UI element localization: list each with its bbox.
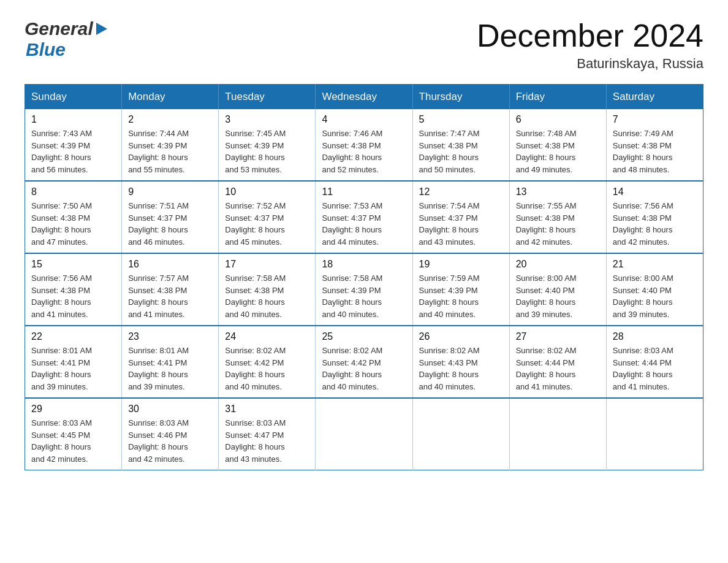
header-day-sunday: Sunday (25, 85, 122, 110)
calendar-cell: 1 Sunrise: 7:43 AM Sunset: 4:39 PM Dayli… (25, 109, 122, 181)
day-info: Sunrise: 7:49 AM Sunset: 4:38 PM Dayligh… (613, 128, 697, 175)
logo-general-text: General (25, 18, 93, 39)
day-number: 14 (613, 186, 697, 197)
day-number: 6 (516, 114, 600, 125)
calendar-cell: 14 Sunrise: 7:56 AM Sunset: 4:38 PM Dayl… (606, 181, 703, 253)
day-number: 1 (31, 114, 115, 125)
day-info: Sunrise: 8:02 AM Sunset: 4:42 PM Dayligh… (322, 345, 406, 393)
day-info: Sunrise: 8:01 AM Sunset: 4:41 PM Dayligh… (31, 345, 115, 393)
day-info: Sunrise: 7:50 AM Sunset: 4:38 PM Dayligh… (31, 200, 115, 248)
day-number: 21 (613, 259, 697, 270)
day-info: Sunrise: 7:57 AM Sunset: 4:38 PM Dayligh… (128, 272, 212, 320)
day-info: Sunrise: 8:02 AM Sunset: 4:42 PM Dayligh… (225, 345, 309, 393)
header-day-friday: Friday (509, 85, 606, 110)
calendar-cell (316, 398, 412, 470)
logo-triangle-icon (96, 23, 107, 35)
header-day-monday: Monday (122, 85, 219, 110)
calendar-cell: 28 Sunrise: 8:03 AM Sunset: 4:44 PM Dayl… (606, 326, 703, 398)
calendar-cell: 10 Sunrise: 7:52 AM Sunset: 4:37 PM Dayl… (219, 181, 316, 253)
calendar-cell: 27 Sunrise: 8:02 AM Sunset: 4:44 PM Dayl… (509, 326, 606, 398)
calendar-cell: 21 Sunrise: 8:00 AM Sunset: 4:40 PM Dayl… (606, 253, 703, 326)
day-number: 11 (322, 186, 406, 197)
calendar-cell: 22 Sunrise: 8:01 AM Sunset: 4:41 PM Dayl… (25, 326, 122, 398)
calendar-cell: 12 Sunrise: 7:54 AM Sunset: 4:37 PM Dayl… (412, 181, 509, 253)
calendar-cell: 15 Sunrise: 7:56 AM Sunset: 4:38 PM Dayl… (25, 253, 122, 326)
calendar-week-4: 22 Sunrise: 8:01 AM Sunset: 4:41 PM Dayl… (25, 326, 703, 398)
day-number: 17 (225, 259, 309, 270)
calendar-cell: 26 Sunrise: 8:02 AM Sunset: 4:43 PM Dayl… (412, 326, 509, 398)
day-number: 12 (419, 186, 503, 197)
day-number: 24 (225, 331, 309, 342)
calendar-cell: 17 Sunrise: 7:58 AM Sunset: 4:38 PM Dayl… (219, 253, 316, 326)
day-number: 25 (322, 331, 406, 342)
calendar-header-row: SundayMondayTuesdayWednesdayThursdayFrid… (25, 85, 703, 110)
calendar-cell: 7 Sunrise: 7:49 AM Sunset: 4:38 PM Dayli… (606, 109, 703, 181)
day-number: 2 (128, 114, 212, 125)
day-number: 9 (128, 186, 212, 197)
header-day-wednesday: Wednesday (316, 85, 412, 110)
calendar-cell: 29 Sunrise: 8:03 AM Sunset: 4:45 PM Dayl… (25, 398, 122, 470)
calendar-cell: 4 Sunrise: 7:46 AM Sunset: 4:38 PM Dayli… (316, 109, 412, 181)
calendar-body: 1 Sunrise: 7:43 AM Sunset: 4:39 PM Dayli… (25, 109, 703, 470)
day-number: 29 (31, 404, 115, 415)
calendar-cell: 19 Sunrise: 7:59 AM Sunset: 4:39 PM Dayl… (412, 253, 509, 326)
page-header: General Blue December 2024 Baturinskaya,… (25, 18, 703, 72)
day-number: 22 (31, 331, 115, 342)
day-info: Sunrise: 7:48 AM Sunset: 4:38 PM Dayligh… (516, 128, 600, 175)
day-number: 27 (516, 331, 600, 342)
day-info: Sunrise: 8:01 AM Sunset: 4:41 PM Dayligh… (128, 345, 212, 393)
calendar-week-1: 1 Sunrise: 7:43 AM Sunset: 4:39 PM Dayli… (25, 109, 703, 181)
calendar-week-5: 29 Sunrise: 8:03 AM Sunset: 4:45 PM Dayl… (25, 398, 703, 470)
day-info: Sunrise: 8:00 AM Sunset: 4:40 PM Dayligh… (516, 272, 600, 320)
day-number: 4 (322, 114, 406, 125)
calendar-cell: 13 Sunrise: 7:55 AM Sunset: 4:38 PM Dayl… (509, 181, 606, 253)
calendar-cell: 11 Sunrise: 7:53 AM Sunset: 4:37 PM Dayl… (316, 181, 412, 253)
day-number: 31 (225, 404, 309, 415)
day-info: Sunrise: 7:46 AM Sunset: 4:38 PM Dayligh… (322, 128, 406, 175)
calendar-cell: 5 Sunrise: 7:47 AM Sunset: 4:38 PM Dayli… (412, 109, 509, 181)
day-number: 15 (31, 259, 115, 270)
calendar-week-2: 8 Sunrise: 7:50 AM Sunset: 4:38 PM Dayli… (25, 181, 703, 253)
day-number: 20 (516, 259, 600, 270)
day-info: Sunrise: 8:03 AM Sunset: 4:45 PM Dayligh… (31, 417, 115, 465)
day-info: Sunrise: 7:45 AM Sunset: 4:39 PM Dayligh… (225, 128, 309, 175)
header-day-tuesday: Tuesday (219, 85, 316, 110)
calendar-cell: 8 Sunrise: 7:50 AM Sunset: 4:38 PM Dayli… (25, 181, 122, 253)
day-info: Sunrise: 7:56 AM Sunset: 4:38 PM Dayligh… (613, 200, 697, 248)
calendar-table: SundayMondayTuesdayWednesdayThursdayFrid… (25, 84, 703, 470)
day-number: 23 (128, 331, 212, 342)
location-subtitle: Baturinskaya, Russia (477, 56, 703, 72)
logo-blue-text: Blue (26, 39, 66, 59)
day-number: 18 (322, 259, 406, 270)
day-info: Sunrise: 8:02 AM Sunset: 4:44 PM Dayligh… (516, 345, 600, 393)
day-info: Sunrise: 8:00 AM Sunset: 4:40 PM Dayligh… (613, 272, 697, 320)
calendar-cell (412, 398, 509, 470)
day-info: Sunrise: 8:03 AM Sunset: 4:44 PM Dayligh… (613, 345, 697, 393)
day-info: Sunrise: 8:02 AM Sunset: 4:43 PM Dayligh… (419, 345, 503, 393)
day-info: Sunrise: 7:54 AM Sunset: 4:37 PM Dayligh… (419, 200, 503, 248)
day-info: Sunrise: 7:55 AM Sunset: 4:38 PM Dayligh… (516, 200, 600, 248)
day-info: Sunrise: 7:51 AM Sunset: 4:37 PM Dayligh… (128, 200, 212, 248)
calendar-cell: 2 Sunrise: 7:44 AM Sunset: 4:39 PM Dayli… (122, 109, 219, 181)
calendar-cell: 9 Sunrise: 7:51 AM Sunset: 4:37 PM Dayli… (122, 181, 219, 253)
day-info: Sunrise: 7:56 AM Sunset: 4:38 PM Dayligh… (31, 272, 115, 320)
day-number: 30 (128, 404, 212, 415)
calendar-cell (509, 398, 606, 470)
day-info: Sunrise: 7:52 AM Sunset: 4:37 PM Dayligh… (225, 200, 309, 248)
calendar-cell: 3 Sunrise: 7:45 AM Sunset: 4:39 PM Dayli… (219, 109, 316, 181)
day-number: 19 (419, 259, 503, 270)
calendar-cell: 20 Sunrise: 8:00 AM Sunset: 4:40 PM Dayl… (509, 253, 606, 326)
calendar-cell: 16 Sunrise: 7:57 AM Sunset: 4:38 PM Dayl… (122, 253, 219, 326)
day-number: 3 (225, 114, 309, 125)
day-number: 7 (613, 114, 697, 125)
logo: General Blue (25, 18, 107, 60)
day-info: Sunrise: 8:03 AM Sunset: 4:46 PM Dayligh… (128, 417, 212, 465)
day-info: Sunrise: 7:58 AM Sunset: 4:39 PM Dayligh… (322, 272, 406, 320)
day-number: 16 (128, 259, 212, 270)
calendar-cell: 30 Sunrise: 8:03 AM Sunset: 4:46 PM Dayl… (122, 398, 219, 470)
day-info: Sunrise: 7:43 AM Sunset: 4:39 PM Dayligh… (31, 128, 115, 175)
calendar-week-3: 15 Sunrise: 7:56 AM Sunset: 4:38 PM Dayl… (25, 253, 703, 326)
calendar-cell: 23 Sunrise: 8:01 AM Sunset: 4:41 PM Dayl… (122, 326, 219, 398)
day-info: Sunrise: 7:59 AM Sunset: 4:39 PM Dayligh… (419, 272, 503, 320)
day-number: 28 (613, 331, 697, 342)
